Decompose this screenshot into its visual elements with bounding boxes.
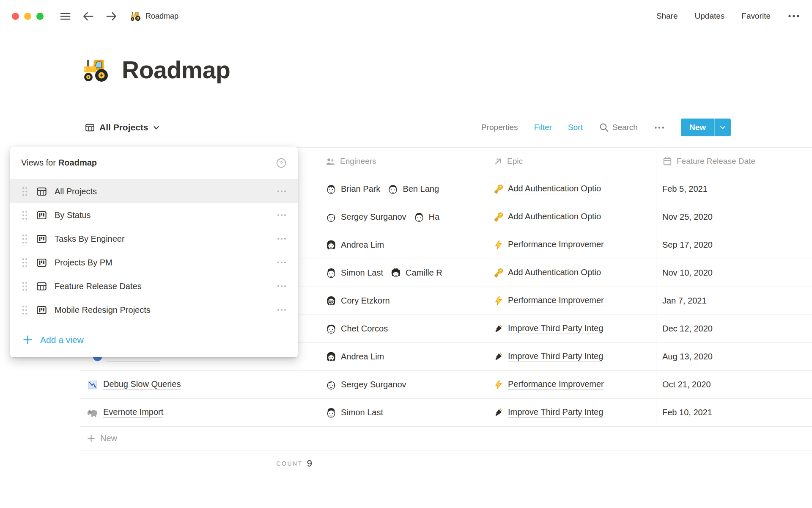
name-cell[interactable]: Debug Slow Queries [80,371,319,398]
page-link[interactable]: Evernote Import [103,407,163,418]
engineers-cell[interactable]: Sergey Surganov [319,371,487,398]
epic-link[interactable]: Improve Third Party Integ [508,407,603,418]
date-cell[interactable]: Dec 12, 2020 [656,315,812,342]
view-item-feature-release-dates[interactable]: Feature Release Dates [10,274,298,298]
engineers-cell[interactable]: Simon Last [319,399,487,426]
view-item-projects-by-pm[interactable]: Projects By PM [10,251,298,274]
engineer-chip[interactable]: Brian Park [325,183,380,195]
name-cell[interactable]: Evernote Import [80,399,319,426]
more-options-icon[interactable] [787,14,800,19]
epic-cell[interactable]: Add Authentication Optio [487,203,656,231]
epic-link[interactable]: Performance Improvemer [508,295,604,306]
view-item-mobile-redesign-projects[interactable]: Mobile Redesign Projects [10,298,298,322]
close-window-button[interactable] [12,13,19,20]
date-cell[interactable]: Feb 5, 2021 [656,175,812,203]
view-item-menu-icon[interactable] [277,237,287,241]
engineers-cell[interactable]: Andrea Lim [319,231,487,259]
add-row-button[interactable]: New [80,427,812,450]
epic-link[interactable]: Performance Improvemer [508,379,604,390]
forward-arrow-icon[interactable] [105,10,118,22]
new-button[interactable]: New [681,119,731,136]
engineer-chip[interactable]: Simon Last [325,267,383,279]
view-item-menu-icon[interactable] [277,284,287,288]
drag-handle-icon[interactable] [21,210,28,221]
epic-cell[interactable]: Improve Third Party Integ [487,399,656,426]
engineer-chip[interactable]: Chet Corcos [325,323,388,335]
favorite-button[interactable]: Favorite [741,11,771,21]
drag-handle-icon[interactable] [21,305,28,315]
drag-handle-icon[interactable] [21,257,28,268]
view-item-by-status[interactable]: By Status [10,203,298,227]
view-item-menu-icon[interactable] [277,308,287,312]
drag-handle-icon[interactable] [21,281,28,292]
engineer-chip[interactable]: Andrea Lim [325,239,384,251]
drag-handle-icon[interactable] [21,234,28,244]
epic-link[interactable]: Add Authentication Optio [508,184,601,194]
engineer-chip[interactable]: Andrea Lim [325,351,384,363]
date-cell[interactable]: Sep 17, 2020 [656,231,812,259]
back-arrow-icon[interactable] [82,10,94,22]
toolbar-more-icon[interactable] [654,125,665,130]
epic-link[interactable]: Performance Improvemer [508,240,604,250]
engineer-chip[interactable]: Sergey Surganov [325,211,406,223]
epic-cell[interactable]: Performance Improvemer [487,371,656,398]
view-item-menu-icon[interactable] [277,260,287,265]
filter-button[interactable]: Filter [534,123,552,132]
page-link[interactable]: Debug Slow Queries [103,379,181,390]
share-button[interactable]: Share [656,11,678,21]
engineers-cell[interactable]: Simon Last Camille R [319,259,487,287]
epic-cell[interactable]: Improve Third Party Integ [487,315,656,342]
column-header-release-date[interactable]: Feature Release Date [656,148,812,175]
date-cell[interactable]: Aug 13, 2020 [656,343,812,370]
date-cell[interactable]: Jan 7, 2021 [656,287,812,315]
epic-link[interactable]: Improve Third Party Integ [508,323,603,334]
engineers-cell[interactable]: Andrea Lim [319,343,487,370]
date-cell[interactable]: Oct 21, 2020 [656,371,812,398]
page-title[interactable]: Roadmap [122,56,230,84]
epic-cell[interactable]: Add Authentication Optio [487,259,656,287]
epic-cell[interactable]: Improve Third Party Integ [487,343,656,370]
epic-link[interactable]: Improve Third Party Integ [508,351,603,362]
view-item-menu-icon[interactable] [277,189,287,193]
engineers-cell[interactable]: Chet Corcos [319,315,487,342]
epic-cell[interactable]: Performance Improvemer [487,287,656,315]
view-item-tasks-by-engineer[interactable]: Tasks By Engineer [10,227,298,251]
view-item-all-projects[interactable]: All Projects [10,179,298,203]
column-header-engineers[interactable]: Engineers [319,148,487,175]
epic-cell[interactable]: Add Authentication Optio [487,175,656,203]
plug-icon [493,351,504,362]
epic-link[interactable]: Add Authentication Optio [508,268,601,278]
sort-button[interactable]: Sort [568,123,583,132]
zoom-window-button[interactable] [36,13,44,20]
view-selector[interactable]: All Projects [85,122,160,133]
engineers-cell[interactable]: Brian Park Ben Lang [319,175,487,203]
engineer-chip[interactable]: Cory Etzkorn [325,295,390,307]
new-button-dropdown[interactable] [714,119,731,136]
column-header-epic[interactable]: Epic [487,148,656,175]
sidebar-toggle-icon[interactable] [60,11,71,22]
engineers-cell[interactable]: Sergey Surganov Ha [319,203,487,231]
new-button-label[interactable]: New [681,119,714,136]
date-cell[interactable]: Nov 10, 2020 [656,259,812,287]
view-item-menu-icon[interactable] [277,213,287,217]
properties-button[interactable]: Properties [481,123,518,132]
engineer-chip[interactable]: Simon Last [325,407,383,419]
add-view-button[interactable]: Add a view [10,322,298,357]
updates-button[interactable]: Updates [695,11,725,21]
search-button[interactable]: Search [599,122,638,133]
question-circle-icon[interactable] [276,157,287,168]
date-cell[interactable]: Nov 25, 2020 [656,203,812,231]
engineer-chip[interactable]: Ben Lang [387,183,439,195]
epic-cell[interactable]: Performance Improvemer [487,231,656,259]
breadcrumb[interactable]: Roadmap [130,11,178,22]
tractor-icon[interactable] [83,56,110,83]
epic-link[interactable]: Add Authentication Optio [508,212,601,222]
engineer-chip[interactable]: Camille R [390,267,442,279]
engineer-chip[interactable]: Ha [413,211,440,223]
count-aggregate[interactable]: COUNT 9 [80,450,319,477]
engineers-cell[interactable]: Cory Etzkorn [319,287,487,315]
engineer-chip[interactable]: Sergey Surganov [325,379,406,391]
drag-handle-icon[interactable] [21,186,28,197]
minimize-window-button[interactable] [24,13,31,20]
date-cell[interactable]: Feb 10, 2021 [656,399,812,426]
